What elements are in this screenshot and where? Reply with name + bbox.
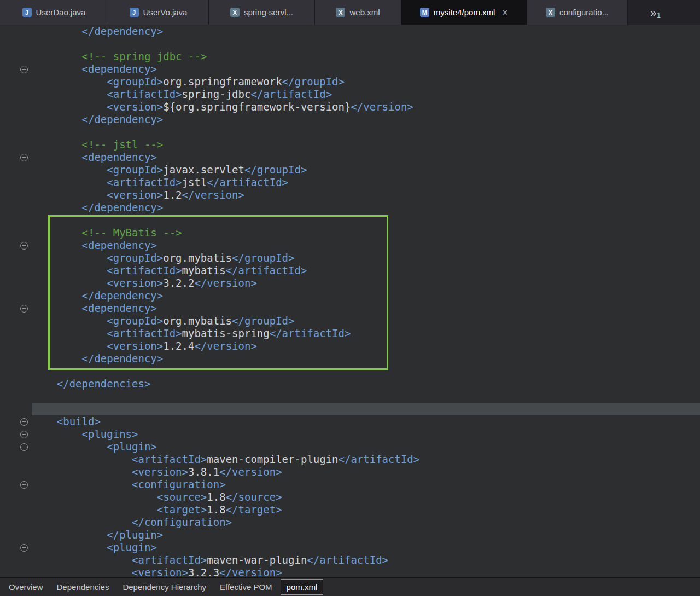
code-line[interactable]: </dependencies> <box>0 378 700 390</box>
editor-gutter <box>0 390 32 403</box>
code-line[interactable]: <dependency> <box>0 239 700 252</box>
code-text: <target>1.8</target> <box>32 504 700 516</box>
code-text: </dependency> <box>32 290 700 302</box>
code-line[interactable]: <version>1.2.4</version> <box>0 340 700 352</box>
pom-tab-dependencies[interactable]: Dependencies <box>51 580 115 594</box>
editor-tab-web-xml[interactable]: Xweb.xml <box>315 0 401 25</box>
code-line[interactable]: <source>1.8</source> <box>0 491 700 504</box>
hidden-editors-indicator[interactable]: » 1 <box>650 0 661 25</box>
code-line[interactable]: <artifactId>jstl</artifactId> <box>0 176 700 189</box>
code-lines-container: </dependency> <!-- spring jdbc --> <depe… <box>0 25 700 577</box>
code-line[interactable]: <version>3.2.3</version> <box>0 566 700 577</box>
code-line[interactable]: </dependency> <box>0 25 700 38</box>
editor-tab-spring-servl[interactable]: Xspring-servl... <box>209 0 315 25</box>
code-line[interactable]: <groupId>javax.servlet</groupId> <box>0 164 700 176</box>
code-editor[interactable]: </dependency> <!-- spring jdbc --> <depe… <box>0 25 700 577</box>
editor-tab-configuratio[interactable]: Xconfiguratio... <box>527 0 628 25</box>
code-line[interactable]: <!-- spring jdbc --> <box>0 50 700 63</box>
pom-tab-overview[interactable]: Overview <box>3 580 49 594</box>
editor-gutter <box>0 239 32 252</box>
fold-collapse-icon[interactable] <box>20 481 28 489</box>
code-line[interactable]: </dependency> <box>0 113 700 126</box>
code-line[interactable]: <groupId>org.mybatis</groupId> <box>0 252 700 264</box>
editor-gutter <box>0 151 32 164</box>
code-line[interactable]: </dependency> <box>0 352 700 365</box>
code-text: <artifactId>mybatis</artifactId> <box>32 264 700 277</box>
code-line[interactable]: <version>3.2.2</version> <box>0 277 700 290</box>
code-text: <!-- MyBatis --> <box>32 227 700 239</box>
editor-gutter <box>0 441 32 453</box>
code-text: <dependency> <box>32 239 700 252</box>
pom-tab-dependency-hierarchy[interactable]: Dependency Hierarchy <box>117 580 212 594</box>
code-text: <plugin> <box>32 441 700 453</box>
editor-tab-bar: JUserDao.javaJUserVo.javaXspring-servl..… <box>0 0 700 25</box>
code-line[interactable]: <version>3.8.1</version> <box>0 466 700 478</box>
fold-collapse-icon[interactable] <box>20 418 28 426</box>
code-line[interactable]: <version>${org.springframework-version}<… <box>0 101 700 113</box>
editor-tab-userdao-java[interactable]: JUserDao.java <box>0 0 108 25</box>
code-line[interactable]: <build> <box>0 415 700 428</box>
code-line[interactable]: <artifactId>mybatis-spring</artifactId> <box>0 327 700 340</box>
fold-collapse-icon[interactable] <box>20 544 28 552</box>
code-line[interactable] <box>0 403 700 415</box>
editor-gutter <box>0 504 32 516</box>
editor-gutter <box>0 453 32 466</box>
code-line[interactable]: <dependency> <box>0 302 700 315</box>
pom-tab-effective-pom[interactable]: Effective POM <box>214 580 278 594</box>
code-line[interactable]: <plugin> <box>0 541 700 554</box>
code-line[interactable]: </dependency> <box>0 201 700 214</box>
editor-gutter <box>0 290 32 302</box>
fold-collapse-icon[interactable] <box>20 431 28 438</box>
code-line[interactable]: <groupId>org.mybatis</groupId> <box>0 315 700 327</box>
editor-gutter <box>0 302 32 315</box>
code-line[interactable]: <dependency> <box>0 151 700 164</box>
code-text: <groupId>org.mybatis</groupId> <box>32 315 700 327</box>
code-line[interactable]: <plugins> <box>0 428 700 441</box>
tab-label: UserDao.java <box>36 8 86 17</box>
code-line[interactable]: <artifactId>spring-jdbc</artifactId> <box>0 88 700 101</box>
code-line[interactable] <box>0 38 700 50</box>
pom-tab-pom-xml[interactable]: pom.xml <box>281 579 324 595</box>
code-line[interactable]: <configuration> <box>0 478 700 491</box>
fold-collapse-icon[interactable] <box>20 66 28 73</box>
code-line[interactable] <box>0 365 700 378</box>
tab-label: configuratio... <box>559 8 609 17</box>
code-line[interactable] <box>0 214 700 227</box>
code-line[interactable] <box>0 126 700 138</box>
editor-gutter <box>0 428 32 441</box>
fold-collapse-icon[interactable] <box>20 305 28 313</box>
editor-gutter <box>0 378 32 390</box>
code-line[interactable]: </plugin> <box>0 529 700 541</box>
fold-collapse-icon[interactable] <box>20 242 28 250</box>
code-line[interactable]: <target>1.8</target> <box>0 504 700 516</box>
code-text <box>32 38 700 50</box>
editor-gutter <box>0 252 32 264</box>
tab-close-icon[interactable]: ✕ <box>501 8 508 17</box>
code-line[interactable]: <groupId>org.springframework</groupId> <box>0 76 700 88</box>
code-text: <artifactId>spring-jdbc</artifactId> <box>32 88 700 101</box>
code-line[interactable]: </dependency> <box>0 290 700 302</box>
code-line[interactable]: <plugin> <box>0 441 700 453</box>
code-line[interactable]: <artifactId>maven-war-plugin</artifactId… <box>0 554 700 566</box>
code-text: <version>3.2.3</version> <box>32 566 700 577</box>
editor-gutter <box>0 88 32 101</box>
code-text: <source>1.8</source> <box>32 491 700 504</box>
code-line[interactable]: <version>1.2</version> <box>0 189 700 201</box>
code-line[interactable]: <!-- jstl --> <box>0 138 700 151</box>
code-line[interactable]: </configuration> <box>0 516 700 529</box>
fold-collapse-icon[interactable] <box>20 443 28 451</box>
code-line[interactable]: <!-- MyBatis --> <box>0 227 700 239</box>
code-line[interactable]: <dependency> <box>0 63 700 76</box>
editor-tab-uservo-java[interactable]: JUserVo.java <box>108 0 209 25</box>
editor-tab-mysite4-pom-xml[interactable]: Mmysite4/pom.xml✕ <box>401 0 527 25</box>
editor-gutter <box>0 201 32 214</box>
code-line[interactable]: <artifactId>mybatis</artifactId> <box>0 264 700 277</box>
code-line[interactable] <box>0 390 700 403</box>
code-text: <version>3.2.2</version> <box>32 277 700 290</box>
code-text: <artifactId>jstl</artifactId> <box>32 176 700 189</box>
code-text: <!-- spring jdbc --> <box>32 50 700 63</box>
fold-collapse-icon[interactable] <box>20 154 28 161</box>
xml-file-icon: X <box>546 8 555 17</box>
code-text: <version>${org.springframework-version}<… <box>32 101 700 113</box>
code-line[interactable]: <artifactId>maven-compiler-plugin</artif… <box>0 453 700 466</box>
